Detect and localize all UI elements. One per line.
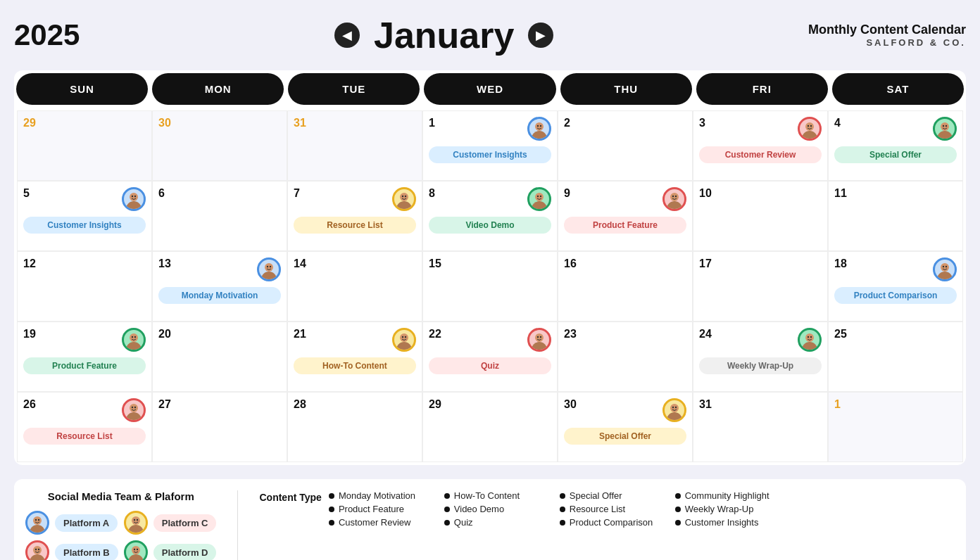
cell-date: 5 — [23, 187, 30, 200]
cal-cell[interactable]: 12 — [17, 251, 152, 322]
divider — [237, 490, 238, 560]
cal-cell[interactable]: 3 Customer Review — [693, 110, 828, 181]
cell-date: 13 — [158, 257, 171, 270]
cal-cell[interactable]: 24 Weekly Wrap-Up — [693, 322, 828, 392]
cal-cell[interactable]: 27 — [152, 392, 287, 462]
cell-date: 28 — [294, 398, 306, 411]
team-item: Platform A — [25, 511, 118, 535]
cal-cell[interactable]: 1 — [828, 392, 963, 462]
avatar — [662, 187, 686, 211]
cal-cell[interactable]: 5 Customer Insights — [17, 181, 152, 251]
day-header-wed: WED — [424, 73, 555, 105]
team-platform-label: Platform D — [153, 544, 217, 561]
cal-cell[interactable]: 28 — [287, 392, 422, 462]
svg-point-43 — [405, 336, 406, 338]
svg-point-29 — [261, 272, 277, 279]
cell-date: 2 — [564, 117, 570, 129]
svg-point-68 — [33, 546, 42, 554]
cal-cell[interactable]: 15 — [422, 251, 558, 322]
bullet-icon — [560, 520, 565, 526]
svg-point-5 — [802, 131, 817, 139]
bullet-icon — [329, 520, 334, 526]
svg-point-41 — [396, 342, 412, 350]
bullet-icon — [444, 520, 450, 526]
cal-cell[interactable]: 30 Special Offer — [558, 392, 693, 462]
svg-point-61 — [30, 525, 45, 533]
content-type-text: Customer Insights — [685, 517, 759, 528]
content-badge: Product Comparison — [834, 287, 957, 304]
cal-cell[interactable]: 2 — [558, 110, 693, 181]
avatar — [662, 398, 686, 422]
cal-cell[interactable]: 17 — [693, 251, 828, 322]
content-type-text: Customer Review — [339, 517, 411, 528]
cal-cell[interactable]: 1 Customer Insights — [422, 110, 558, 181]
cal-cell[interactable]: 20 — [152, 322, 287, 392]
footer: Social Media Team & Plaform Platform A P… — [14, 479, 966, 560]
svg-point-0 — [535, 122, 544, 131]
cal-cell[interactable]: 16 — [558, 251, 693, 322]
cal-cell[interactable]: 29 — [422, 392, 558, 462]
cell-date: 25 — [834, 328, 847, 341]
cal-cell[interactable]: 31 — [693, 392, 828, 462]
team-avatar — [124, 540, 148, 560]
content-type-text: Weekly Wrap-Up — [685, 504, 754, 514]
team-item: Platform D — [124, 540, 217, 560]
avatar — [122, 398, 146, 422]
cal-cell[interactable]: 9 Product Feature — [558, 181, 693, 251]
svg-point-47 — [540, 336, 541, 338]
svg-point-9 — [937, 131, 953, 139]
cal-cell[interactable]: 19 Product Feature — [17, 322, 152, 392]
avatar — [122, 328, 146, 352]
day-header-tue: TUE — [288, 73, 420, 105]
svg-point-67 — [137, 519, 138, 521]
prev-month-button[interactable]: ◀ — [334, 23, 360, 48]
next-month-button[interactable]: ▶ — [528, 23, 553, 48]
svg-point-34 — [943, 266, 944, 267]
cal-cell[interactable]: 4 Special Offer — [828, 110, 963, 181]
avatar — [527, 328, 551, 352]
cal-cell[interactable]: 18 Product Comparison — [828, 251, 963, 322]
content-type-text: Resource List — [570, 504, 625, 514]
content-badge: How-To Content — [294, 357, 416, 374]
team-item: Platform C — [124, 511, 217, 535]
year-label: 2025 — [14, 18, 80, 52]
cal-cell[interactable]: 25 — [828, 322, 963, 392]
cal-cell[interactable]: 26 Resource List — [17, 392, 152, 462]
svg-point-54 — [132, 407, 133, 408]
svg-point-24 — [670, 193, 679, 201]
svg-point-71 — [38, 549, 39, 550]
cal-cell[interactable]: 7 Resource List — [287, 181, 422, 251]
day-header-sun: SUN — [16, 73, 148, 105]
cal-cell[interactable]: 6 — [152, 181, 287, 251]
team-avatar — [124, 511, 148, 535]
cell-date: 9 — [564, 187, 570, 200]
svg-point-33 — [937, 272, 953, 279]
cal-cell[interactable]: 31 — [287, 110, 422, 181]
cal-cell[interactable]: 13 Monday Motivation — [152, 251, 287, 322]
svg-point-66 — [134, 519, 135, 521]
cal-cell[interactable]: 30 — [152, 110, 287, 181]
content-type-label: Content Type — [259, 490, 321, 503]
cal-cell[interactable]: 22 Quiz — [422, 322, 558, 392]
cal-cell[interactable]: 21 How-To Content — [287, 322, 422, 392]
cal-cell[interactable]: 8 Video Demo — [422, 181, 558, 251]
svg-point-3 — [540, 125, 541, 127]
cell-date: 30 — [158, 117, 171, 129]
cal-cell[interactable]: 29 — [17, 110, 152, 181]
day-headers: SUNMONTUEWEDTHUFRISAT — [14, 70, 966, 108]
svg-point-46 — [537, 336, 539, 338]
bullet-icon — [675, 520, 681, 526]
cell-date: 27 — [158, 398, 171, 411]
cal-cell[interactable]: 11 — [828, 181, 963, 251]
content-badge: Weekly Wrap-Up — [699, 357, 822, 374]
cell-date: 17 — [699, 257, 712, 270]
svg-point-75 — [137, 549, 138, 550]
svg-point-17 — [396, 201, 412, 209]
svg-point-7 — [810, 125, 812, 127]
cal-cell[interactable]: 23 — [558, 322, 693, 392]
svg-point-69 — [30, 554, 45, 560]
cal-cell[interactable]: 10 — [693, 181, 828, 251]
cal-cell[interactable]: 14 — [287, 251, 422, 322]
bullet-icon — [329, 493, 334, 499]
content-type-text: Video Demo — [454, 504, 504, 514]
